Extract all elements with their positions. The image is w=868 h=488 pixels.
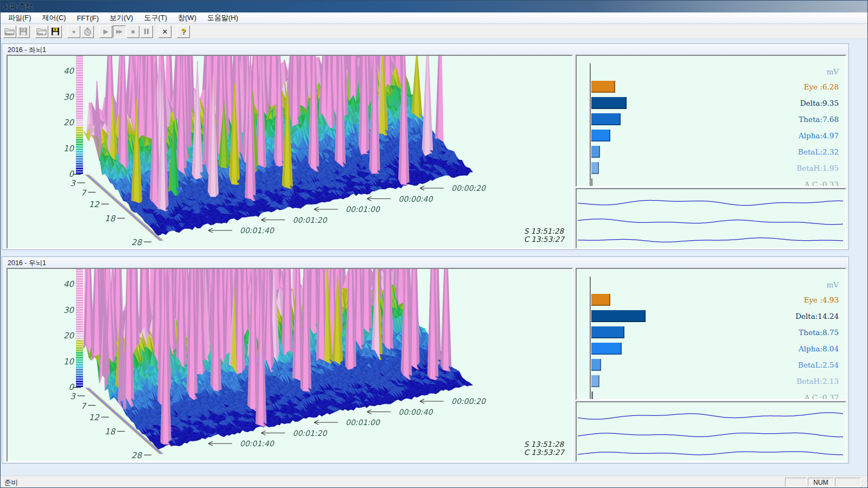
band-bar-ac bbox=[591, 178, 592, 187]
band-bar-betal bbox=[591, 146, 600, 158]
menu-bar: 파일(F)제어(C)FFT(F)보기(V)도구(T)창(W)도움말(H) bbox=[1, 12, 868, 24]
trend-strip-panel bbox=[576, 401, 846, 462]
start-time: S 13:51:28 bbox=[524, 440, 564, 448]
band-value-label-ac: A C :0.37 bbox=[757, 393, 839, 400]
waterfall-3d-canvas bbox=[8, 56, 572, 248]
band-bar-betah bbox=[591, 162, 599, 174]
band-bar-betal bbox=[591, 359, 601, 371]
record-icon: ● bbox=[72, 29, 76, 35]
toolbar-pause-button[interactable] bbox=[140, 25, 153, 38]
fast-forward-icon: ▶▶ bbox=[116, 29, 123, 34]
stop-icon: ■ bbox=[131, 29, 135, 35]
band-bar-theta bbox=[591, 326, 624, 338]
band-value-label-betal: BetaL:2.54 bbox=[757, 361, 839, 369]
band-bar-alpha bbox=[591, 130, 610, 142]
pause-icon bbox=[144, 29, 149, 34]
band-bar-delta bbox=[591, 97, 627, 109]
status-cell-empty-2 bbox=[835, 478, 861, 487]
toolbar-save-bwd-button[interactable] bbox=[17, 25, 30, 38]
unit-label: mV bbox=[768, 67, 839, 76]
band-value-label-betal: BetaL:2.32 bbox=[757, 147, 839, 156]
toolbar: BWD TXT ● ▶▶▶■✕? bbox=[1, 24, 868, 39]
status-ready-text: 준비 bbox=[4, 478, 18, 487]
toolbar-record-button[interactable]: ● bbox=[67, 25, 80, 38]
child-title-text: 2016 - 우뇌1 bbox=[8, 259, 46, 267]
current-time: C 13:53:27 bbox=[524, 235, 564, 243]
band-value-label-delta: Delta:9.35 bbox=[757, 99, 839, 107]
unit-label: mV bbox=[768, 280, 839, 289]
band-value-label-betah: BetaH:2.13 bbox=[757, 377, 839, 386]
menu-item-view[interactable]: 보기(V) bbox=[104, 12, 138, 24]
band-bar-alpha bbox=[591, 343, 622, 355]
status-cell-num: NUM bbox=[808, 478, 834, 487]
menu-item-fft[interactable]: FFT(F) bbox=[72, 13, 104, 23]
toolbar-close-button[interactable]: ✕ bbox=[158, 25, 171, 38]
band-value-label-theta: Theta:8.75 bbox=[757, 328, 839, 337]
menu-item-window[interactable]: 창(W) bbox=[173, 12, 202, 24]
toolbar-fast-forward-button[interactable]: ▶▶ bbox=[113, 25, 126, 38]
window-title: 뇌파 측정 bbox=[3, 2, 32, 11]
status-bar: 준비 NUM bbox=[1, 476, 868, 488]
stopwatch-icon bbox=[83, 27, 92, 36]
band-bar-chart-panel: mV Eye :6.28Delta:9.35Theta:7.68Alpha:4.… bbox=[576, 55, 846, 187]
band-value-label-theta: Theta:7.68 bbox=[757, 115, 839, 124]
menu-item-control[interactable]: 제어(C) bbox=[37, 12, 72, 24]
band-bar-chart-panel: mV Eye :4.93Delta:14.24Theta:8.75Alpha:8… bbox=[576, 268, 846, 400]
menu-item-file[interactable]: 파일(F) bbox=[3, 12, 37, 24]
toolbar-save-txt-button[interactable] bbox=[49, 25, 62, 38]
band-bar-eye bbox=[591, 294, 610, 306]
child-title-bar[interactable]: 2016 - 좌뇌1 bbox=[2, 44, 848, 55]
play-icon: ▶ bbox=[103, 28, 108, 35]
band-value-label-ac: A C :0.33 bbox=[757, 180, 839, 187]
start-time: S 13:51:28 bbox=[524, 227, 564, 235]
toolbar-timer-button[interactable] bbox=[81, 25, 94, 38]
resize-grip[interactable] bbox=[861, 481, 868, 488]
close-icon: ✕ bbox=[162, 28, 168, 35]
mdi-child-left-brain: 2016 - 좌뇌1 S 13:51:28 C 13:53:27 mV Eye … bbox=[2, 43, 849, 250]
status-cells: NUM bbox=[785, 478, 861, 487]
child-title-bar[interactable]: 2016 - 우뇌1 bbox=[2, 257, 848, 268]
waterfall-3d-canvas bbox=[8, 269, 572, 461]
save-disk-icon bbox=[51, 27, 60, 36]
app-window: 뇌파 측정 파일(F)제어(C)FFT(F)보기(V)도구(T)창(W)도움말(… bbox=[0, 0, 868, 488]
band-value-label-delta: Delta:14.24 bbox=[757, 312, 839, 320]
spectrogram-plot-area: S 13:51:28 C 13:53:27 bbox=[7, 268, 573, 462]
band-value-label-eye: Eye :4.93 bbox=[757, 296, 839, 304]
band-bar-eye bbox=[591, 81, 615, 93]
toolbar-open-bwd-button[interactable]: BWD bbox=[3, 25, 16, 38]
band-value-label-eye: Eye :6.28 bbox=[757, 82, 839, 91]
status-cell-empty-1 bbox=[785, 478, 807, 487]
child-title-text: 2016 - 좌뇌1 bbox=[8, 46, 46, 54]
title-bar[interactable]: 뇌파 측정 bbox=[1, 1, 868, 12]
current-time: C 13:53:27 bbox=[524, 448, 564, 457]
band-value-label-betah: BetaH:1.95 bbox=[757, 164, 839, 172]
trend-lines-canvas bbox=[577, 189, 845, 248]
band-bar-ac bbox=[591, 391, 593, 400]
band-bar-delta bbox=[591, 310, 646, 322]
menu-item-help[interactable]: 도움말(H) bbox=[202, 12, 244, 24]
trend-strip-panel bbox=[576, 188, 846, 249]
time-stamps: S 13:51:28 C 13:53:27 bbox=[524, 440, 564, 457]
trend-lines-canvas bbox=[577, 402, 845, 461]
band-value-label-alpha: Alpha:4.97 bbox=[757, 131, 839, 140]
toolbar-help-button[interactable]: ? bbox=[177, 25, 190, 38]
band-bars: mV Eye :6.28Delta:9.35Theta:7.68Alpha:4.… bbox=[577, 56, 845, 186]
band-value-label-alpha: Alpha:8.04 bbox=[757, 344, 839, 353]
spectrogram-plot-area: S 13:51:28 C 13:53:27 bbox=[7, 55, 573, 249]
band-bars: mV Eye :4.93Delta:14.24Theta:8.75Alpha:8… bbox=[577, 269, 845, 399]
toolbar-stop-button[interactable]: ■ bbox=[126, 25, 139, 38]
time-stamps: S 13:51:28 C 13:53:27 bbox=[524, 227, 564, 243]
help-icon: ? bbox=[181, 28, 186, 35]
menu-item-tools[interactable]: 도구(T) bbox=[138, 12, 173, 24]
band-bar-theta bbox=[591, 113, 621, 125]
mdi-child-right-brain: 2016 - 우뇌1 S 13:51:28 C 13:53:27 mV Eye … bbox=[2, 256, 849, 464]
band-bar-betah bbox=[591, 375, 599, 387]
toolbar-open-txt-button[interactable]: TXT bbox=[35, 25, 48, 38]
toolbar-play-button[interactable]: ▶ bbox=[99, 25, 112, 38]
save-disk-icon bbox=[19, 27, 28, 36]
